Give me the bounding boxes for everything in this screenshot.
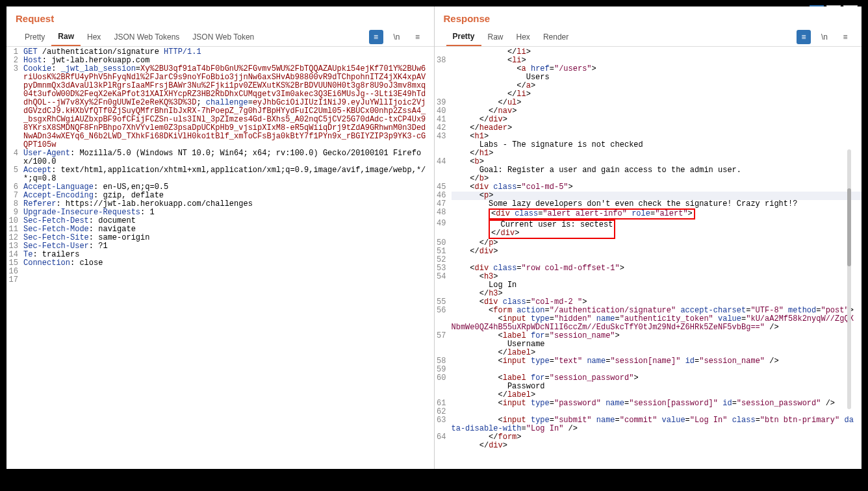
code-line[interactable]: 48 <div class="alert alert-info" role="a…	[435, 208, 862, 220]
code-line[interactable]: Labs - The signature is not checked	[435, 141, 862, 149]
line-number	[435, 65, 452, 73]
request-tabs: PrettyRawHexJSON Web TokensJSON Web Toke…	[6, 28, 434, 47]
code-line[interactable]: 51 </div>	[435, 247, 862, 256]
line-number: 60	[435, 374, 452, 383]
response-tab-actions: ≡ \n ≡	[797, 30, 856, 44]
newline-toggle-icon[interactable]: \n	[390, 30, 404, 44]
line-number: 5	[6, 166, 23, 183]
line-content[interactable]: </div>	[452, 247, 862, 256]
response-panel: Response PrettyRawHexRender ≡ \n ≡ </li>…	[435, 6, 862, 469]
line-content[interactable]: </header>	[452, 124, 862, 132]
request-panel: Request PrettyRawHexJSON Web TokensJSON …	[6, 6, 435, 469]
line-content[interactable]: </nav>	[452, 107, 862, 116]
hamburger-icon[interactable]: ≡	[411, 30, 425, 44]
newline-toggle-icon[interactable]: \n	[817, 30, 832, 44]
burp-message-editor: Request PrettyRawHexJSON Web TokensJSON …	[6, 6, 862, 469]
line-number	[435, 281, 452, 290]
hamburger-icon[interactable]: ≡	[838, 30, 852, 44]
line-number: 4	[6, 149, 23, 166]
line-content[interactable]: Cookie: _jwt_lab_session=Xy%2BU3qf91aT4b…	[23, 65, 434, 149]
line-content[interactable]: Some lazy developers don't even check th…	[452, 200, 862, 208]
line-content[interactable]: Accept: text/html,application/xhtml+xml,…	[23, 166, 434, 183]
line-number: 38	[435, 57, 452, 65]
code-line[interactable]: 58 <input type="text" name="session[name…	[435, 357, 862, 366]
code-line[interactable]: 5Accept: text/html,application/xhtml+xml…	[6, 166, 434, 183]
line-number: 54	[435, 273, 452, 281]
code-line[interactable]: 53 <div class="row col-md-offset-1">	[435, 264, 862, 273]
tab-raw[interactable]: Raw	[481, 29, 510, 45]
line-content[interactable]: <div class="col-md-5">	[452, 183, 862, 192]
line-content[interactable]: </h1>	[452, 149, 862, 158]
code-line[interactable]: 49 Current user is: sectest</div>	[435, 220, 862, 239]
response-scroll-thumb[interactable]	[847, 188, 851, 266]
line-content[interactable]: <input type="hidden" name="authenticity_…	[452, 315, 862, 332]
tab-hex[interactable]: Hex	[510, 29, 537, 45]
tab-json-web-tokens[interactable]: JSON Web Tokens	[107, 29, 186, 45]
line-number: 57	[435, 332, 452, 340]
response-scrollbar[interactable]	[847, 149, 851, 409]
line-number: 64	[435, 433, 452, 442]
code-line[interactable]: 61 <input type="password" name="session[…	[435, 399, 862, 408]
line-number: 17	[6, 276, 23, 284]
line-content[interactable]: Goal: Register a user and gain access to…	[452, 166, 862, 175]
response-tabs: PrettyRawHexRender ≡ \n ≡	[435, 28, 862, 47]
code-line[interactable]: 42 </header>	[435, 124, 862, 132]
line-number: 43	[435, 132, 452, 141]
line-content[interactable]: <div class="alert alert-info" role="aler…	[452, 208, 862, 220]
line-content[interactable]: <input type="submit" name="commit" value…	[452, 416, 862, 433]
tab-raw[interactable]: Raw	[51, 28, 81, 46]
code-line[interactable]: 3Cookie: _jwt_lab_session=Xy%2BU3qf91aT4…	[6, 65, 434, 149]
line-content[interactable]: Current user is: sectest</div>	[452, 220, 862, 239]
tab-json-web-token[interactable]: JSON Web Token	[186, 29, 261, 45]
line-content[interactable]: <div class="row col-md-offset-1">	[452, 264, 862, 273]
line-content[interactable]	[23, 276, 434, 284]
line-number: 3	[6, 65, 23, 149]
code-line[interactable]: 4User-Agent: Mozilla/5.0 (Windows NT 10.…	[6, 149, 434, 166]
line-content[interactable]: Log In	[452, 281, 862, 290]
line-content[interactable]: </div>	[452, 442, 862, 450]
tab-hex[interactable]: Hex	[81, 29, 107, 45]
tab-pretty[interactable]: Pretty	[446, 28, 481, 46]
line-number	[435, 73, 452, 82]
request-actions-icon[interactable]: ≡	[369, 30, 383, 44]
line-number	[435, 141, 452, 149]
line-number	[435, 442, 452, 450]
line-content[interactable]: Labs - The signature is not checked	[452, 141, 862, 149]
code-line[interactable]: 45 <div class="col-md-5">	[435, 183, 862, 192]
line-content[interactable]: Sec-Fetch-User: ?1	[23, 242, 434, 251]
line-number: 48	[435, 208, 452, 220]
line-content[interactable]: <input type="text" name="session[name]" …	[452, 357, 862, 366]
line-number: 44	[435, 158, 452, 166]
code-line[interactable]: <input type="hidden" name="authenticity_…	[435, 315, 862, 332]
request-title: Request	[6, 6, 434, 28]
line-content[interactable]: </p>	[452, 239, 862, 247]
response-actions-icon[interactable]: ≡	[797, 30, 811, 44]
response-title: Response	[435, 6, 862, 28]
code-line[interactable]: 47 Some lazy developers don't even check…	[435, 200, 862, 208]
code-line[interactable]: Goal: Register a user and gain access to…	[435, 166, 862, 175]
line-number	[435, 315, 452, 332]
line-number	[435, 82, 452, 90]
tab-render[interactable]: Render	[537, 29, 575, 45]
line-content[interactable]: <input type="password" name="session[pas…	[452, 399, 862, 408]
code-line[interactable]: 16	[6, 268, 434, 276]
line-content[interactable]: User-Agent: Mozilla/5.0 (Windows NT 10.0…	[23, 149, 434, 166]
line-content[interactable]: </div>	[452, 116, 862, 124]
response-code-area[interactable]: </li>38 <li> <a href="/users"> Users </a…	[435, 47, 862, 469]
line-number: 56	[435, 307, 452, 315]
request-code-area[interactable]: 1GET /authentication/signature HTTP/1.12…	[6, 47, 434, 469]
code-line[interactable]: </div>	[435, 442, 862, 450]
code-line[interactable]: 17	[6, 276, 434, 284]
line-number: 63	[435, 416, 452, 433]
request-tab-actions: ≡ \n ≡	[369, 30, 429, 44]
code-line[interactable]: 15Connection: close	[6, 259, 434, 268]
line-number	[435, 166, 452, 175]
line-content[interactable]: </form>	[452, 433, 862, 442]
line-number: 49	[435, 220, 452, 239]
code-line[interactable]: 50 </p>	[435, 239, 862, 247]
tab-pretty[interactable]: Pretty	[18, 29, 51, 45]
code-line[interactable]: </h1>	[435, 149, 862, 158]
line-content[interactable]: Connection: close	[23, 259, 434, 268]
line-content[interactable]	[23, 268, 434, 276]
code-line[interactable]: 63 <input type="submit" name="commit" va…	[435, 416, 862, 433]
